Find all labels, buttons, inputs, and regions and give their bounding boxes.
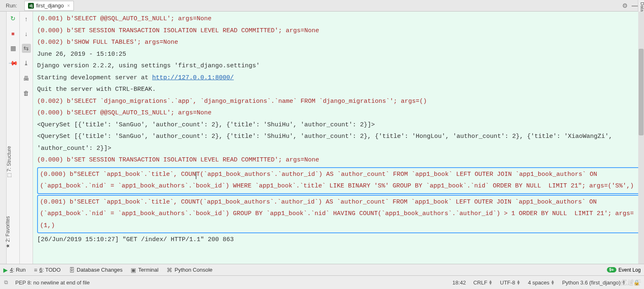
database-changes-tab[interactable]: 🗄Database Changes: [69, 267, 122, 273]
close-icon[interactable]: ×: [67, 3, 70, 9]
database-icon: 🗄: [69, 267, 75, 273]
scrollbar-thumb[interactable]: [639, 49, 644, 135]
encoding-selector[interactable]: UTF-8▲▼: [500, 280, 521, 286]
log-line: (0.000) b'SET SESSION TRANSACTION ISOLAT…: [37, 154, 640, 166]
log-line: (0.000) b'SELECT @@SQL_AUTO_IS_NULL'; ar…: [37, 107, 640, 119]
print-icon[interactable]: 🖶: [22, 73, 31, 83]
django-icon: dj: [28, 3, 34, 9]
log-line: <QuerySet [{'title': 'SanGuo', 'author_c…: [37, 119, 640, 131]
log-line: Starting development server at http://12…: [37, 72, 640, 84]
list-icon: ≡: [34, 267, 37, 273]
terminal-tab[interactable]: ▣Terminal: [131, 267, 158, 273]
log-line: Quit the server with CTRL-BREAK.: [37, 84, 640, 96]
log-line: (0.000) b"SELECT `app1_book`.`title`, CO…: [40, 171, 634, 190]
event-log-tab[interactable]: 9+Event Log: [607, 267, 641, 273]
status-time: 18:42: [452, 280, 466, 286]
line-ending-selector[interactable]: CRLF▲▼: [473, 280, 493, 286]
log-line: (0.002) b'SHOW FULL TABLES'; args=None: [37, 37, 640, 49]
scrollbar-track[interactable]: [638, 12, 644, 264]
bottom-toolbar: ▶4: Run ≡6: TODO 🗄Database Changes ▣Term…: [0, 264, 644, 275]
log-line: Django version 2.2.2, using settings 'fi…: [37, 60, 640, 72]
soft-wrap-icon[interactable]: ⇆: [22, 44, 31, 53]
rerun-icon[interactable]: ↻: [9, 14, 18, 23]
log-line: [26/Jun/2019 15:10:27] "GET /index/ HTTP…: [37, 234, 640, 246]
clear-icon[interactable]: 🗑: [22, 88, 31, 97]
main-area: ⬚ 7: Structure ★ 2: Favorites ↻ ■ ▦ 📌 ↑ …: [0, 12, 644, 264]
minimize-icon[interactable]: —: [632, 2, 638, 9]
python-icon: ⌘: [167, 267, 172, 273]
up-stack-icon[interactable]: ↑: [22, 14, 31, 23]
gear-icon[interactable]: ⚙: [622, 2, 628, 9]
run-label: Run:: [0, 2, 23, 9]
status-message: PEP 8: no newline at end of file: [15, 280, 89, 286]
play-icon: ▶: [3, 267, 8, 273]
log-line: <QuerySet [{'title': 'SanGuo', 'author_c…: [37, 131, 640, 154]
interpreter-selector[interactable]: Python 3.6 (first_django)▲▼: [562, 280, 626, 286]
event-badge-icon: 9+: [607, 267, 616, 272]
layout-icon[interactable]: ▦: [9, 44, 18, 53]
run-bottom-tab[interactable]: ▶4: Run: [3, 267, 26, 273]
tool-window-header: Run: dj first_django × ⚙ — Database: [0, 0, 644, 12]
left-side-tabs: ⬚ 7: Structure ★ 2: Favorites: [0, 12, 7, 264]
status-icon[interactable]: ⧉: [4, 279, 8, 286]
watermark: 亿速云: [620, 278, 641, 287]
log-line: (0.000) b'SET SESSION TRANSACTION ISOLAT…: [37, 25, 640, 37]
status-right: 18:42 CRLF▲▼ UTF-8▲▼ 4 spaces▲▼ Python 3…: [452, 280, 640, 286]
scroll-to-end-icon[interactable]: ⤓: [22, 59, 31, 68]
log-line: (0.002) b'SELECT `django_migrations`.`ap…: [37, 96, 640, 108]
status-bar: ⧉ PEP 8: no newline at end of file 18:42…: [0, 275, 644, 289]
run-tab[interactable]: dj first_django ×: [24, 1, 73, 11]
highlighted-query-2: (0.001) b'SELECT `app1_book`.`title`, CO…: [37, 195, 640, 234]
highlighted-query-1: (0.000) b"SELECT `app1_book`.`title`, CO…: [37, 167, 640, 194]
favorites-side-tab[interactable]: ★ 2: Favorites: [5, 216, 11, 248]
log-line: (0.001) b'SELECT @@SQL_AUTO_IS_NULL'; ar…: [37, 13, 640, 25]
right-gutter: Database: [638, 0, 644, 12]
indent-selector[interactable]: 4 spaces▲▼: [528, 280, 555, 286]
todo-bottom-tab[interactable]: ≡6: TODO: [34, 267, 61, 273]
down-stack-icon[interactable]: ↓: [22, 29, 31, 38]
log-line: (0.001) b'SELECT `app1_book`.`title`, CO…: [40, 199, 634, 229]
run-toolbar-right: ↑ ↓ ⇆ ⤓ 🖶 🗑: [20, 12, 33, 264]
log-line: June 26, 2019 - 15:10:25: [37, 49, 640, 61]
python-console-tab[interactable]: ⌘Python Console: [167, 267, 212, 273]
pin-icon[interactable]: 📌: [7, 57, 19, 69]
tab-label: first_django: [36, 2, 63, 9]
console-output[interactable]: (0.001) b'SELECT @@SQL_AUTO_IS_NULL'; ar…: [33, 12, 644, 264]
text-cursor: [196, 172, 196, 179]
stop-icon[interactable]: ■: [9, 29, 18, 38]
server-url-link[interactable]: http://127.0.0.1:8000/: [152, 74, 234, 81]
structure-side-tab[interactable]: ⬚ 7: Structure: [6, 146, 12, 178]
terminal-icon: ▣: [131, 267, 136, 273]
